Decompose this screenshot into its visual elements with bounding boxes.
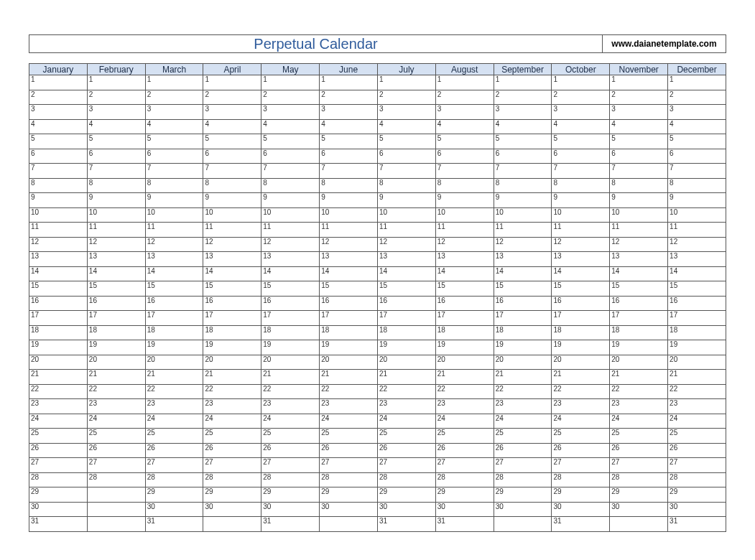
day-cell: 2 bbox=[494, 90, 552, 105]
day-cell: 19 bbox=[203, 340, 261, 355]
day-cell: 15 bbox=[87, 281, 145, 297]
day-cell: 24 bbox=[145, 414, 203, 429]
day-cell: 23 bbox=[145, 399, 203, 414]
day-cell: 16 bbox=[145, 296, 203, 311]
day-cell: 11 bbox=[494, 223, 552, 238]
day-cell: 5 bbox=[668, 134, 726, 149]
day-row: 555555555555 bbox=[29, 134, 726, 149]
day-cell: 15 bbox=[668, 281, 726, 297]
day-cell: 29 bbox=[203, 487, 261, 503]
day-cell: 22 bbox=[494, 384, 552, 399]
month-header: October bbox=[552, 64, 610, 75]
day-cell: 17 bbox=[610, 311, 668, 326]
day-cell: 9 bbox=[668, 193, 726, 208]
day-cell bbox=[320, 517, 378, 532]
day-row: 888888888888 bbox=[29, 178, 726, 193]
day-row: 2929292929292929292929 bbox=[29, 487, 726, 503]
day-cell: 19 bbox=[377, 340, 435, 355]
day-cell: 15 bbox=[610, 281, 668, 297]
day-cell: 27 bbox=[203, 458, 261, 473]
month-header: March bbox=[145, 64, 203, 75]
day-cell: 8 bbox=[261, 178, 320, 193]
day-cell: 4 bbox=[203, 119, 261, 134]
day-cell: 3 bbox=[610, 105, 668, 120]
day-cell: 13 bbox=[203, 252, 261, 267]
day-cell: 16 bbox=[29, 296, 88, 311]
day-cell: 31 bbox=[145, 517, 203, 532]
day-cell: 13 bbox=[145, 252, 203, 267]
day-cell: 26 bbox=[145, 443, 203, 458]
day-cell: 4 bbox=[261, 119, 320, 134]
day-cell: 4 bbox=[29, 119, 88, 134]
day-cell: 12 bbox=[668, 237, 726, 252]
day-cell: 20 bbox=[494, 355, 552, 370]
day-cell: 31 bbox=[668, 517, 726, 532]
day-cell: 24 bbox=[87, 414, 145, 429]
day-cell: 13 bbox=[552, 252, 610, 267]
day-cell: 1 bbox=[552, 75, 610, 90]
day-cell: 15 bbox=[261, 281, 320, 297]
day-cell: 11 bbox=[320, 223, 378, 238]
day-cell: 23 bbox=[261, 399, 320, 414]
day-cell: 7 bbox=[552, 164, 610, 179]
day-cell: 28 bbox=[203, 472, 261, 487]
day-cell: 19 bbox=[29, 340, 88, 355]
day-cell: 9 bbox=[494, 193, 552, 208]
day-cell bbox=[203, 517, 261, 532]
day-cell: 7 bbox=[320, 164, 378, 179]
day-cell: 1 bbox=[377, 75, 435, 90]
day-cell: 2 bbox=[29, 90, 88, 105]
day-cell: 13 bbox=[29, 252, 88, 267]
day-row: 141414141414141414141414 bbox=[29, 266, 726, 281]
day-cell: 3 bbox=[145, 105, 203, 120]
day-cell: 1 bbox=[320, 75, 378, 90]
day-cell: 15 bbox=[377, 281, 435, 297]
day-cell: 10 bbox=[377, 207, 435, 223]
day-cell: 9 bbox=[203, 193, 261, 208]
day-cell: 22 bbox=[320, 384, 378, 399]
day-cell: 1 bbox=[87, 75, 145, 90]
day-cell: 10 bbox=[203, 207, 261, 223]
day-cell: 17 bbox=[203, 311, 261, 326]
day-cell: 9 bbox=[145, 193, 203, 208]
day-cell: 16 bbox=[435, 296, 494, 311]
day-cell: 20 bbox=[261, 355, 320, 370]
day-cell: 14 bbox=[203, 266, 261, 281]
day-cell: 30 bbox=[145, 502, 203, 517]
day-cell: 12 bbox=[203, 237, 261, 252]
day-cell: 7 bbox=[87, 164, 145, 179]
day-cell: 29 bbox=[435, 487, 494, 503]
day-cell: 8 bbox=[494, 178, 552, 193]
day-cell: 20 bbox=[87, 355, 145, 370]
day-cell: 1 bbox=[435, 75, 494, 90]
day-row: 181818181818181818181818 bbox=[29, 325, 726, 340]
day-cell: 27 bbox=[668, 458, 726, 473]
month-header: November bbox=[610, 64, 668, 75]
day-cell: 2 bbox=[435, 90, 494, 105]
day-cell: 14 bbox=[29, 266, 88, 281]
day-cell: 2 bbox=[610, 90, 668, 105]
day-cell bbox=[494, 517, 552, 532]
day-cell: 24 bbox=[435, 414, 494, 429]
day-row: 222222222222222222222222 bbox=[29, 384, 726, 399]
day-cell: 25 bbox=[377, 429, 435, 444]
day-cell: 4 bbox=[87, 119, 145, 134]
day-row: 212121212121212121212121 bbox=[29, 370, 726, 385]
day-cell: 10 bbox=[145, 207, 203, 223]
day-cell: 24 bbox=[494, 414, 552, 429]
day-cell: 26 bbox=[610, 443, 668, 458]
day-cell: 30 bbox=[377, 502, 435, 517]
day-cell: 23 bbox=[435, 399, 494, 414]
day-cell: 22 bbox=[668, 384, 726, 399]
day-cell: 30 bbox=[668, 502, 726, 517]
day-cell: 3 bbox=[203, 105, 261, 120]
day-cell: 3 bbox=[29, 105, 88, 120]
day-cell: 1 bbox=[610, 75, 668, 90]
month-header: February bbox=[87, 64, 145, 75]
day-cell: 28 bbox=[435, 472, 494, 487]
day-cell: 18 bbox=[435, 325, 494, 340]
day-cell: 13 bbox=[668, 252, 726, 267]
day-cell: 24 bbox=[377, 414, 435, 429]
day-cell: 23 bbox=[203, 399, 261, 414]
day-cell: 28 bbox=[668, 472, 726, 487]
